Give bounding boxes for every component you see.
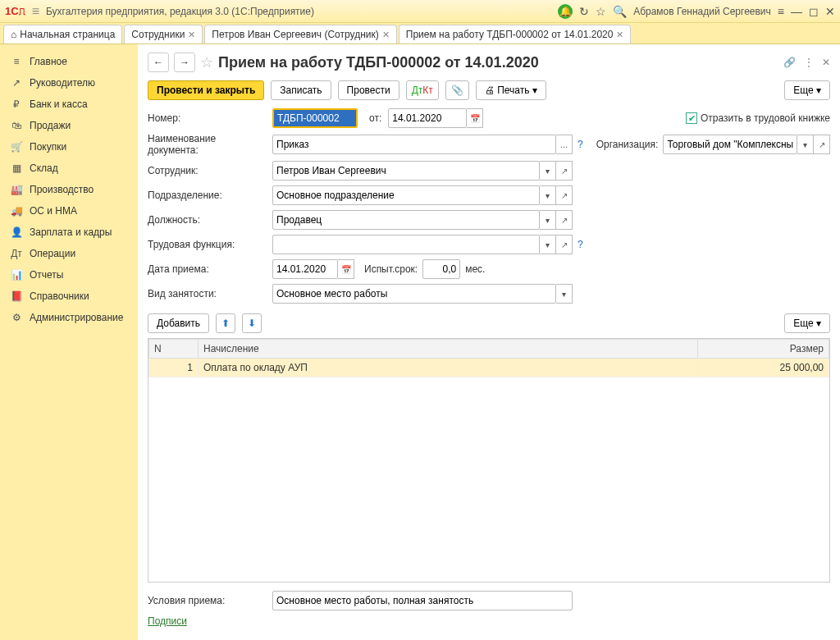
sidebar-item-7[interactable]: 🚚ОС и НМА	[0, 200, 138, 222]
reflect-checkbox[interactable]: ✔ Отразить в трудовой книжке	[686, 112, 830, 124]
doc-name-input[interactable]	[272, 135, 556, 154]
sidebar-item-12[interactable]: ⚙Администрирование	[0, 307, 138, 328]
employment-input[interactable]	[272, 284, 556, 304]
nav-back-button[interactable]: ←	[148, 53, 169, 72]
minimize-icon[interactable]: —	[791, 5, 802, 18]
calendar-icon[interactable]: 📅	[338, 259, 354, 279]
favorite-icon[interactable]: ☆	[596, 5, 606, 18]
position-input[interactable]	[272, 210, 540, 230]
conditions-input[interactable]	[272, 591, 573, 610]
sidebar-item-0[interactable]: ≡Главное	[0, 51, 138, 72]
main-menu-icon[interactable]: ≡	[32, 4, 39, 19]
main-content: ← → ☆ Прием на работу ТДБП-000002 от 14.…	[138, 44, 840, 640]
tab-home-label: Начальная страница	[20, 29, 115, 40]
sidebar-item-6[interactable]: 🏭Производство	[0, 179, 138, 200]
nav-label: Зарплата и кадры	[30, 226, 112, 238]
dropdown-icon[interactable]: ▾	[540, 161, 556, 181]
post-and-close-button[interactable]: Провести и закрыть	[148, 80, 264, 100]
sidebar-item-1[interactable]: ↗Руководителю	[0, 72, 138, 94]
nav-label: Руководителю	[30, 77, 95, 89]
sidebar-item-5[interactable]: ▦Склад	[0, 158, 138, 179]
link-icon[interactable]: 🔗	[783, 57, 796, 68]
tab-hiring-doc[interactable]: Прием на работу ТДБП-000002 от 14.01.202…	[399, 25, 632, 43]
labor-func-input[interactable]	[272, 235, 540, 254]
dropdown-icon[interactable]: ▾	[797, 135, 814, 154]
nav-label: Склад	[30, 162, 58, 174]
close-icon[interactable]: ✕	[188, 30, 195, 40]
move-down-button[interactable]: ⬇	[242, 313, 262, 333]
dt-kt-button[interactable]: ДтКт	[406, 80, 439, 100]
close-icon[interactable]: ✕	[382, 30, 390, 40]
more-button-top[interactable]: Еще ▾	[784, 80, 830, 100]
close-doc-icon[interactable]: ✕	[822, 57, 830, 68]
user-name[interactable]: Абрамов Геннадий Сергеевич	[633, 6, 771, 17]
more-menu-icon[interactable]: ⋮	[804, 57, 814, 68]
table-row[interactable]: 1Оплата по окладу АУП25 000,00	[149, 359, 829, 377]
nav-label: Банк и касса	[30, 98, 88, 110]
accruals-table[interactable]: N Начисление Размер 1Оплата по окладу АУ…	[148, 339, 829, 377]
number-input[interactable]	[272, 108, 358, 128]
post-button[interactable]: Провести	[338, 80, 399, 100]
dropdown-icon[interactable]: ▾	[540, 185, 556, 205]
history-icon[interactable]: ↻	[579, 5, 589, 18]
add-row-button[interactable]: Добавить	[148, 313, 209, 333]
help-icon[interactable]: ?	[578, 239, 583, 250]
sidebar-item-4[interactable]: 🛒Покупки	[0, 136, 138, 158]
dropdown-icon[interactable]: ▾	[556, 284, 573, 304]
close-app-icon[interactable]: ✕	[825, 5, 835, 18]
sidebar-item-3[interactable]: 🛍Продажи	[0, 115, 138, 136]
nav-label: Производство	[30, 184, 94, 195]
col-n[interactable]: N	[149, 340, 199, 359]
open-icon[interactable]: ↗	[556, 235, 573, 254]
nav-icon: 🛍	[10, 120, 23, 131]
maximize-icon[interactable]: ◻	[809, 5, 819, 18]
nav-icon: ₽	[10, 98, 23, 110]
employee-input[interactable]	[272, 161, 540, 181]
col-accrual[interactable]: Начисление	[199, 340, 698, 359]
open-icon[interactable]: ↗	[556, 161, 573, 181]
notifications-icon[interactable]: 🔔	[558, 4, 573, 19]
department-input[interactable]	[272, 185, 540, 205]
move-up-button[interactable]: ⬆	[216, 313, 235, 333]
ellipsis-icon[interactable]: …	[556, 135, 573, 154]
calendar-icon[interactable]: 📅	[467, 108, 483, 128]
sidebar-item-10[interactable]: 📊Отчеты	[0, 264, 138, 286]
doc-title: Прием на работу ТДБП-000002 от 14.01.202…	[218, 54, 539, 71]
dropdown-icon[interactable]: ▾	[540, 235, 556, 254]
star-icon[interactable]: ☆	[200, 53, 213, 71]
nav-label: ОС и НМА	[30, 205, 77, 217]
more-label: Еще	[793, 85, 813, 96]
tab-employees[interactable]: Сотрудники ✕	[124, 25, 203, 43]
open-icon[interactable]: ↗	[556, 185, 573, 205]
write-button[interactable]: Записать	[271, 80, 331, 100]
help-icon[interactable]: ?	[578, 139, 583, 150]
nav-label: Покупки	[30, 141, 66, 153]
print-button[interactable]: 🖨 Печать ▾	[476, 80, 546, 100]
tabs-bar: ⌂ Начальная страница Сотрудники ✕ Петров…	[0, 23, 840, 44]
nav-label: Отчеты	[30, 269, 63, 281]
open-icon[interactable]: ↗	[814, 135, 830, 154]
sidebar-item-2[interactable]: ₽Банк и касса	[0, 94, 138, 115]
col-amount[interactable]: Размер	[698, 340, 829, 359]
close-icon[interactable]: ✕	[616, 30, 623, 40]
dropdown-icon[interactable]: ▾	[540, 210, 556, 230]
search-icon[interactable]: 🔍	[613, 5, 627, 18]
sidebar-item-9[interactable]: ДтОперации	[0, 243, 138, 264]
signatures-link[interactable]: Подписи	[148, 615, 187, 627]
nav-forward-button[interactable]: →	[174, 53, 195, 72]
sidebar-item-8[interactable]: 👤Зарплата и кадры	[0, 222, 138, 243]
doc-footer: Условия приема: Подписи	[138, 583, 840, 640]
label-number: Номер:	[148, 112, 267, 124]
tab-employee-card[interactable]: Петров Иван Сергеевич (Сотрудник) ✕	[204, 25, 396, 43]
label-employment: Вид занятости:	[148, 288, 267, 299]
attach-button[interactable]: 📎	[445, 80, 469, 100]
sidebar-item-11[interactable]: 📕Справочники	[0, 286, 138, 307]
hire-date-input[interactable]	[272, 259, 338, 279]
tab-home[interactable]: ⌂ Начальная страница	[3, 25, 122, 43]
org-input[interactable]	[663, 135, 797, 154]
more-button-table[interactable]: Еще ▾	[784, 313, 830, 333]
probation-input[interactable]	[422, 259, 460, 279]
date-input[interactable]	[388, 108, 467, 128]
open-icon[interactable]: ↗	[556, 210, 573, 230]
settings-icon[interactable]: ≡	[778, 5, 784, 18]
